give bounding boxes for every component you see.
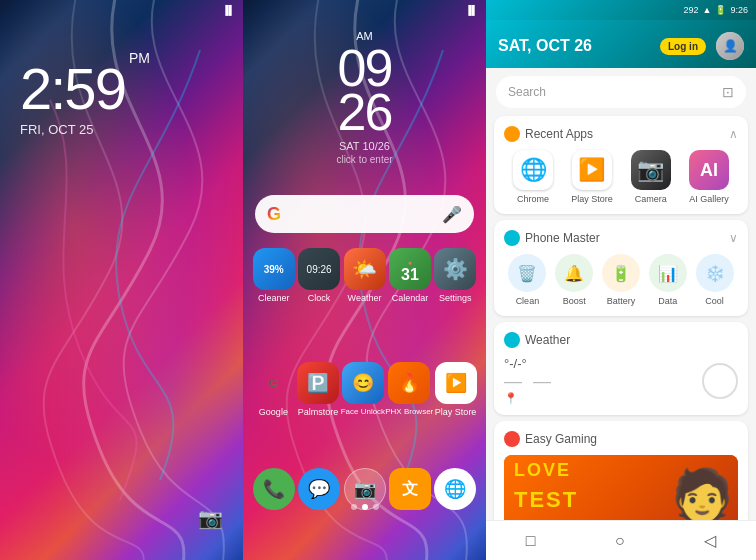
recent-apps-list: 🌐 Chrome ▶️ Play Store 📷 Camera AI [504, 150, 738, 204]
app-calendar[interactable]: ● 31 Calendar [387, 248, 432, 303]
login-button[interactable]: Log in [660, 38, 706, 55]
qr-scan-icon[interactable]: ⊡ [722, 84, 734, 100]
app-face-unlock[interactable]: 😊 Face Unlock [341, 362, 386, 417]
home-status-bar: ▐▌ [243, 0, 486, 20]
dock-camera[interactable]: 📷 [342, 468, 387, 513]
camera-icon-emoji: 📷 [637, 157, 664, 183]
recent-apps-header: Recent Apps ∧ [504, 126, 738, 142]
pm-data-label: Data [658, 296, 677, 306]
home-search-bar[interactable]: G 🎤 [255, 195, 474, 233]
calendar-date: 31 [401, 266, 419, 284]
right-search-bar[interactable]: Search ⊡ [496, 76, 746, 108]
battery-icon: ▐▌ [222, 5, 235, 15]
messages-dock-icon: 💬 [298, 468, 340, 510]
weather-card-header: Weather [504, 332, 738, 348]
app-cleaner[interactable]: 39% Cleaner [251, 248, 296, 303]
lock-content: 2:59 PM FRI, OCT 25 [0, 60, 243, 137]
clock-label: Clock [308, 293, 331, 303]
home-clock-enter: click to enter [336, 154, 392, 165]
settings-label: Settings [439, 293, 472, 303]
app-google[interactable]: G Google [251, 362, 296, 417]
right-nav-square[interactable]: □ [526, 532, 536, 550]
lock-time-period: PM [129, 50, 150, 66]
phone-master-title-row: Phone Master [504, 230, 600, 246]
face-unlock-emoji: 😊 [352, 372, 374, 394]
app-play-store[interactable]: ▶️ Play Store [433, 362, 478, 417]
pm-cool-icon: ❄️ [696, 254, 734, 292]
cleaner-pct: 39% [264, 264, 284, 275]
pm-cool[interactable]: ❄️ Cool [696, 254, 734, 306]
app-palmstore[interactable]: 🅿️ Palmstore [296, 362, 341, 417]
phone-dock-icon: 📞 [253, 468, 295, 510]
pm-boost-icon: 🔔 [555, 254, 593, 292]
google-label: Google [259, 407, 288, 417]
pm-battery[interactable]: 🔋 Battery [602, 254, 640, 306]
lock-date: FRI, OCT 25 [20, 122, 93, 137]
header-right-actions: Log in 👤 [660, 32, 744, 60]
settings-gear: ⚙️ [443, 257, 468, 281]
battery-right-icon: 🔋 [715, 5, 726, 15]
calendar-label: Calendar [392, 293, 429, 303]
microphone-icon[interactable]: 🎤 [442, 205, 462, 224]
dock-messages[interactable]: 💬 [296, 468, 341, 513]
weather-circle-icon [702, 363, 738, 399]
app-phx-browser[interactable]: 🔥 PHX Browser [385, 362, 433, 417]
lock-status-bar: ▐▌ [0, 0, 243, 20]
user-avatar[interactable]: 👤 [716, 32, 744, 60]
easy-gaming-header: Easy Gaming [504, 431, 738, 447]
face-unlock-icon: 😊 [342, 362, 384, 404]
phone-master-chevron: ∨ [729, 231, 738, 245]
phone-master-header: Phone Master ∨ [504, 230, 738, 246]
lock-camera-icon[interactable]: 📷 [198, 506, 223, 530]
calendar-icon: ● 31 [389, 248, 431, 290]
recent-playstore-label: Play Store [571, 194, 613, 204]
app-weather[interactable]: 🌤️ Weather [342, 248, 387, 303]
palmstore-icon: 🅿️ [297, 362, 339, 404]
gaming-test-text: TEST [514, 487, 578, 513]
pm-boost-label: Boost [563, 296, 586, 306]
recent-playstore[interactable]: ▶️ Play Store [571, 150, 613, 204]
panel-date: SAT, OCT 26 [498, 37, 592, 55]
home-screen-panel: ▐▌ AM 09 26 SAT 10/26 click to enter G 🎤… [243, 0, 486, 560]
phone-master-tools: 🗑️ Clean 🔔 Boost 🔋 Battery 📊 Data ❄️ Coo… [504, 254, 738, 306]
pm-data[interactable]: 📊 Data [649, 254, 687, 306]
recent-camera[interactable]: 📷 Camera [631, 150, 671, 204]
phone-emoji: 📞 [263, 478, 285, 500]
recent-ai-gallery-icon: AI [689, 150, 729, 190]
recent-camera-icon: 📷 [631, 150, 671, 190]
app-settings[interactable]: ⚙️ Settings [433, 248, 478, 303]
signal-strength: 292 [684, 5, 699, 15]
pm-clean[interactable]: 🗑️ Clean [508, 254, 546, 306]
weather-label: Weather [348, 293, 382, 303]
weather-card-icon [504, 332, 520, 348]
recent-apps-title-row: Recent Apps [504, 126, 593, 142]
chrome-icon-emoji: 🌐 [520, 157, 547, 183]
home-clock-minute: 26 [338, 86, 392, 138]
home-apps-row-1: 39% Cleaner 09:26 Clock 🌤️ Weather ● 31 … [243, 248, 486, 303]
dock-word[interactable]: 文 [387, 468, 432, 513]
dock-chrome[interactable]: 🌐 [433, 468, 478, 513]
right-clock: 9:26 [730, 5, 748, 15]
right-search-placeholder: Search [508, 85, 546, 99]
dock-phone[interactable]: 📞 [251, 468, 296, 513]
phx-emoji: 🔥 [398, 372, 420, 394]
weather-card: Weather °-/-° — — 📍 [494, 322, 748, 415]
recent-ai-gallery[interactable]: AI AI Gallery [689, 150, 729, 204]
recent-apps-icon [504, 126, 520, 142]
wifi-icon: ▲ [703, 5, 712, 15]
right-status-icons: 292 ▲ 🔋 9:26 [684, 5, 748, 15]
pm-boost[interactable]: 🔔 Boost [555, 254, 593, 306]
app-clock[interactable]: 09:26 Clock [296, 248, 341, 303]
pm-clean-label: Clean [516, 296, 540, 306]
play-store-emoji: ▶️ [445, 372, 467, 394]
recent-chrome[interactable]: 🌐 Chrome [513, 150, 553, 204]
home-clock-widget[interactable]: AM 09 26 SAT 10/26 click to enter [243, 30, 486, 165]
right-panel-header: SAT, OCT 26 Log in 👤 [486, 20, 756, 68]
pm-data-icon: 📊 [649, 254, 687, 292]
right-nav-circle[interactable]: ○ [615, 532, 625, 550]
easy-gaming-icon [504, 431, 520, 447]
lock-screen-panel: ▐▌ 2:59 PM FRI, OCT 25 📷 [0, 0, 243, 560]
playstore-icon-emoji: ▶️ [578, 157, 605, 183]
right-nav-back[interactable]: ◁ [704, 531, 716, 550]
chrome-dock-icon: 🌐 [434, 468, 476, 510]
